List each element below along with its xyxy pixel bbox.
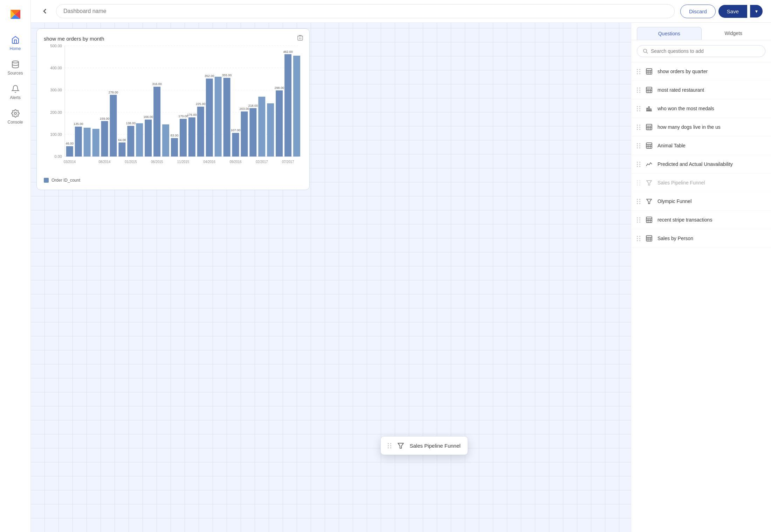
legend-color-swatch	[44, 178, 49, 183]
svg-text:225.00: 225.00	[196, 102, 205, 106]
svg-rect-43	[180, 119, 187, 157]
drag-handle[interactable]	[637, 162, 641, 167]
list-item[interactable]: Olympic Funnel	[631, 192, 771, 211]
list-item[interactable]: show orders by quarter	[631, 62, 771, 81]
svg-text:159.00: 159.00	[100, 117, 109, 120]
dashboard-name-input[interactable]	[56, 4, 675, 18]
svg-text:218.00: 218.00	[248, 104, 258, 107]
svg-text:300.00: 300.00	[50, 88, 62, 92]
funnel-icon	[397, 441, 405, 450]
svg-rect-40	[162, 124, 169, 156]
drag-handle[interactable]	[637, 125, 641, 130]
svg-line-77	[646, 52, 648, 54]
svg-rect-38	[153, 87, 160, 157]
svg-rect-49	[206, 79, 213, 157]
svg-rect-97	[646, 143, 652, 148]
dashboard-canvas[interactable]: show me orders by month	[31, 23, 631, 532]
svg-rect-23	[75, 127, 82, 157]
svg-rect-21	[66, 146, 73, 157]
question-label: Predicted and Actual Unavailability	[658, 161, 765, 167]
svg-rect-62	[276, 90, 283, 156]
svg-rect-88	[647, 108, 648, 111]
floating-label: Sales Pipeline Funnel	[410, 443, 461, 449]
svg-text:135.00: 135.00	[74, 122, 83, 126]
svg-rect-109	[646, 236, 652, 241]
svg-text:09/2016: 09/2016	[229, 160, 241, 164]
svg-rect-35	[136, 123, 143, 156]
svg-rect-64	[284, 54, 291, 156]
list-item[interactable]: recent stripe transactions	[631, 211, 771, 229]
list-item[interactable]: how many dogs live in the us	[631, 118, 771, 136]
back-button[interactable]	[39, 6, 50, 17]
svg-text:107.00: 107.00	[231, 128, 240, 132]
svg-rect-51	[215, 77, 222, 156]
sidebar-item-label: Sources	[7, 71, 23, 76]
chart-title: show me orders by month	[44, 36, 104, 42]
list-item[interactable]: Sales Pipeline Funnel	[631, 174, 771, 192]
list-item[interactable]: Sales by Person	[631, 229, 771, 248]
drag-handle[interactable]	[388, 443, 392, 448]
svg-text:04/2016: 04/2016	[204, 160, 215, 164]
svg-rect-41	[171, 138, 178, 156]
drag-handle[interactable]	[637, 106, 641, 111]
svg-text:01/2015: 01/2015	[125, 160, 137, 164]
svg-marker-103	[647, 199, 652, 204]
home-icon	[11, 35, 20, 45]
svg-rect-61	[267, 103, 274, 156]
legend-label: Order ID_count	[51, 178, 80, 183]
question-label: show orders by quarter	[658, 69, 765, 74]
save-button[interactable]: Save	[718, 5, 747, 18]
question-label: Animal Table	[658, 143, 765, 148]
svg-rect-92	[646, 124, 652, 130]
tab-widgets[interactable]: Widgets	[702, 27, 766, 40]
drag-handle[interactable]	[637, 143, 641, 148]
svg-rect-89	[648, 107, 649, 111]
question-label: recent stripe transactions	[658, 217, 765, 223]
svg-rect-26	[92, 129, 99, 156]
svg-rect-83	[646, 87, 652, 93]
svg-text:462.00: 462.00	[283, 50, 292, 53]
svg-text:355.00: 355.00	[222, 74, 232, 77]
floating-drag-item[interactable]: Sales Pipeline Funnel	[380, 436, 468, 455]
list-item[interactable]: Predicted and Actual Unavailability	[631, 155, 771, 174]
discard-button[interactable]: Discard	[680, 5, 716, 18]
drag-handle[interactable]	[637, 69, 641, 74]
svg-text:176.00: 176.00	[187, 113, 197, 117]
svg-rect-29	[110, 95, 117, 156]
sidebar-item-alerts[interactable]: Alerts	[0, 80, 30, 104]
header: Discard Save ▾	[31, 0, 771, 23]
table-icon	[645, 141, 653, 150]
drag-handle[interactable]	[637, 236, 641, 241]
svg-text:02/2017: 02/2017	[256, 160, 268, 164]
svg-text:100.00: 100.00	[50, 132, 62, 136]
list-item[interactable]: most rated restaurant	[631, 81, 771, 99]
svg-text:170.00: 170.00	[178, 114, 188, 118]
tab-questions[interactable]: Questions	[637, 27, 702, 40]
list-item[interactable]: who won the most medals	[631, 99, 771, 118]
table-icon	[645, 216, 653, 224]
svg-text:200.00: 200.00	[50, 110, 62, 114]
svg-rect-66	[293, 56, 300, 156]
question-label: who won the most medals	[658, 106, 765, 111]
drag-handle[interactable]	[637, 199, 641, 204]
panel-tabs: Questions Widgets	[631, 23, 771, 40]
drag-handle[interactable]	[637, 88, 641, 93]
svg-rect-33	[127, 126, 134, 157]
svg-point-5	[12, 61, 19, 63]
drag-handle[interactable]	[637, 217, 641, 223]
sidebar-item-console[interactable]: Console	[0, 104, 30, 129]
svg-text:138.00: 138.00	[126, 121, 136, 125]
app-logo[interactable]	[7, 6, 24, 22]
save-dropdown-button[interactable]: ▾	[750, 5, 763, 18]
delete-chart-button[interactable]	[295, 33, 305, 43]
sidebar: Home Sources Alerts Console	[0, 0, 31, 532]
list-item[interactable]: Animal Table	[631, 136, 771, 155]
question-label: how many dogs live in the us	[658, 124, 765, 130]
question-list: show orders by quarter	[631, 62, 771, 532]
bar-icon	[645, 104, 653, 113]
svg-marker-102	[647, 181, 652, 185]
sidebar-item-sources[interactable]: Sources	[0, 55, 30, 80]
drag-handle[interactable]	[637, 180, 641, 186]
sidebar-item-home[interactable]: Home	[0, 31, 30, 55]
search-input[interactable]	[651, 48, 759, 54]
